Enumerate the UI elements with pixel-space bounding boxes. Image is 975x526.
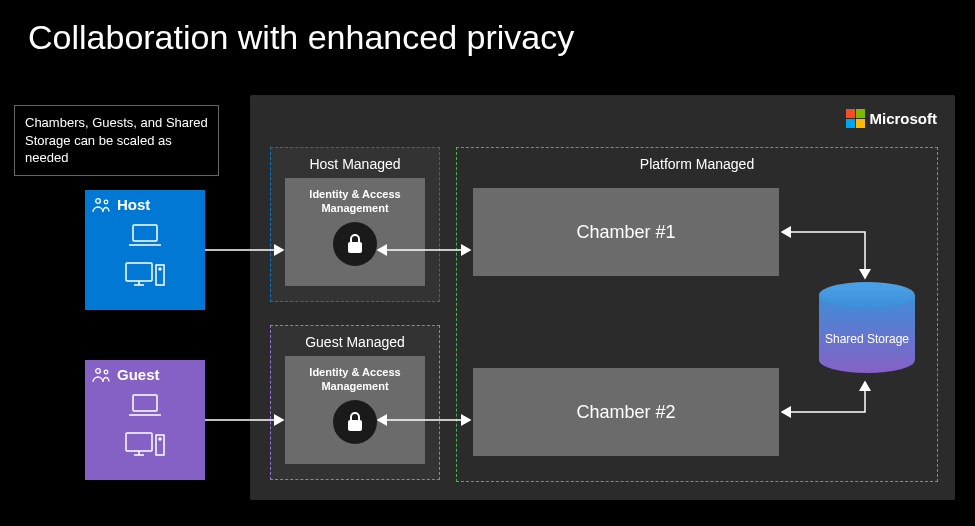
chamber-2: Chamber #2 [473,368,779,456]
svg-rect-9 [126,433,152,451]
platform-panel: Microsoft Host Managed Identity & Access… [250,95,955,500]
host-org-box: Host [85,190,205,310]
chamber-1: Chamber #1 [473,188,779,276]
svg-point-5 [159,268,161,270]
host-label: Host [117,196,195,213]
people-icon [92,197,112,217]
iam-box-guest: Identity & Access Management [285,356,425,464]
svg-point-0 [96,199,101,204]
platform-managed-label: Platform Managed [457,148,937,178]
svg-rect-3 [126,263,152,281]
iam-box-host: Identity & Access Management [285,178,425,286]
people-icon [92,367,112,387]
guest-org-box: Guest [85,360,205,480]
svg-point-1 [104,200,108,204]
iam-label: Identity & Access Management [285,188,425,216]
laptop-icon [125,391,165,423]
iam-label: Identity & Access Management [285,366,425,394]
storage-label: Shared Storage [825,332,909,346]
lock-icon [333,222,377,266]
microsoft-logo: Microsoft [846,109,938,128]
svg-rect-8 [133,395,157,411]
guest-managed-zone: Guest Managed Identity & Access Manageme… [270,325,440,480]
laptop-icon [125,221,165,253]
svg-point-7 [104,370,108,374]
slide-title: Collaboration with enhanced privacy [28,18,574,57]
svg-point-6 [96,369,101,374]
platform-managed-zone: Platform Managed Chamber #1 Chamber #2 S… [456,147,938,482]
svg-rect-12 [348,242,362,253]
microsoft-squares-icon [846,109,865,128]
shared-storage: Shared Storage [819,282,915,378]
scaling-note: Chambers, Guests, and Shared Storage can… [14,105,219,176]
svg-point-11 [159,438,161,440]
svg-rect-13 [348,420,362,431]
desktop-icon [122,259,168,293]
brand-text: Microsoft [870,110,938,127]
guest-label: Guest [117,366,195,383]
desktop-icon [122,429,168,463]
lock-icon [333,400,377,444]
guest-managed-label: Guest Managed [271,326,439,356]
host-managed-label: Host Managed [271,148,439,178]
svg-rect-2 [133,225,157,241]
host-managed-zone: Host Managed Identity & Access Managemen… [270,147,440,302]
